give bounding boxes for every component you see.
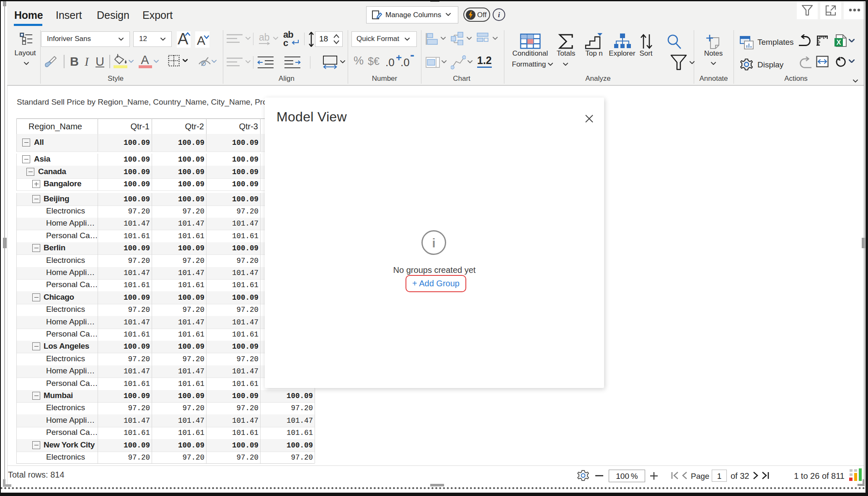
svg-text:X: X [837, 39, 841, 46]
